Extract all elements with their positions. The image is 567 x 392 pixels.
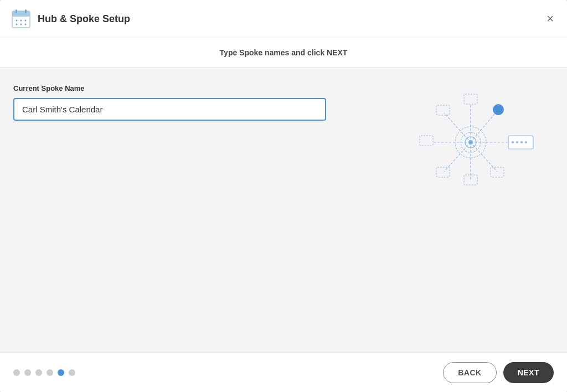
progress-dot-2 bbox=[24, 369, 31, 376]
svg-rect-30 bbox=[436, 167, 450, 177]
subtitle-bar: Type Spoke names and click NEXT bbox=[0, 38, 567, 68]
spoke-name-input[interactable] bbox=[13, 98, 326, 121]
progress-dot-6 bbox=[69, 369, 75, 376]
dialog-footer: BACK NEXT bbox=[0, 353, 567, 392]
hub-spoke-dialog: Hub & Spoke Setup × Type Spoke names and… bbox=[0, 0, 567, 392]
next-button[interactable]: NEXT bbox=[503, 362, 554, 383]
progress-dot-5 bbox=[58, 369, 64, 376]
svg-point-22 bbox=[493, 104, 504, 115]
svg-point-25 bbox=[516, 141, 518, 143]
svg-rect-1 bbox=[12, 11, 30, 17]
svg-point-27 bbox=[525, 141, 527, 143]
dialog-title: Hub & Spoke Setup bbox=[38, 13, 130, 25]
right-panel bbox=[399, 84, 554, 336]
svg-line-14 bbox=[444, 142, 471, 172]
svg-line-10 bbox=[471, 111, 497, 142]
svg-point-4 bbox=[16, 20, 18, 22]
dialog-header: Hub & Spoke Setup × bbox=[0, 0, 567, 38]
svg-rect-28 bbox=[491, 167, 504, 177]
progress-dot-1 bbox=[13, 369, 20, 376]
svg-point-7 bbox=[16, 24, 18, 25]
svg-rect-3 bbox=[25, 9, 27, 13]
svg-rect-33 bbox=[464, 94, 477, 104]
dialog-body: Current Spoke Name bbox=[0, 68, 567, 353]
svg-point-9 bbox=[25, 24, 27, 25]
hub-spoke-diagram bbox=[415, 90, 537, 189]
field-label: Current Spoke Name bbox=[13, 84, 377, 92]
svg-point-8 bbox=[20, 24, 22, 25]
back-button[interactable]: BACK bbox=[443, 362, 496, 383]
svg-point-6 bbox=[25, 20, 27, 22]
svg-rect-2 bbox=[16, 9, 17, 13]
close-button[interactable]: × bbox=[544, 11, 556, 27]
svg-rect-31 bbox=[420, 136, 433, 146]
svg-point-21 bbox=[468, 140, 473, 145]
calendar-icon bbox=[11, 9, 31, 29]
svg-rect-32 bbox=[436, 105, 450, 115]
progress-dot-3 bbox=[35, 369, 42, 376]
svg-rect-29 bbox=[464, 175, 477, 185]
subtitle-text: Type Spoke names and click NEXT bbox=[220, 48, 348, 57]
svg-point-5 bbox=[20, 20, 22, 22]
progress-dot-4 bbox=[47, 369, 53, 376]
svg-line-16 bbox=[444, 113, 471, 142]
left-panel: Current Spoke Name bbox=[13, 84, 377, 336]
footer-buttons: BACK NEXT bbox=[443, 362, 554, 383]
header-left: Hub & Spoke Setup bbox=[11, 9, 130, 29]
svg-point-24 bbox=[512, 141, 514, 143]
progress-dots bbox=[13, 369, 75, 376]
svg-point-26 bbox=[520, 141, 523, 143]
